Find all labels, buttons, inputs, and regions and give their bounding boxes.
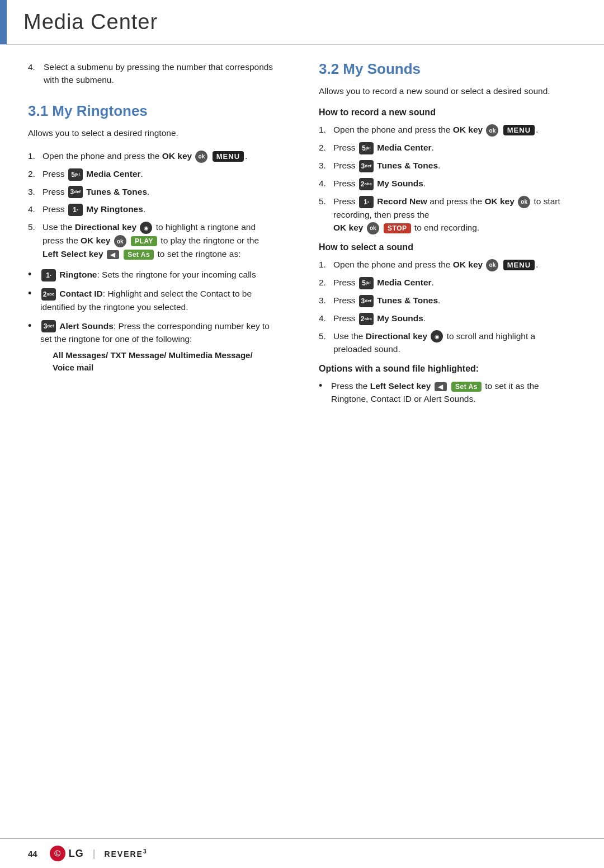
bullet-content: 1• Ringtone: Sets the ringtone for your … (40, 268, 274, 281)
record-step-4: 4. Press 2abc My Sounds. (319, 177, 570, 190)
footer-logo: Ⓛ LG (50, 846, 84, 861)
record-steps: 1. Open the phone and press the OK key o… (319, 123, 570, 234)
step-31-4: 4. Press 1• My Ringtones. (28, 203, 274, 216)
step-31-1: 1. Open the phone and press the OK key o… (28, 149, 274, 163)
step-content: Press 1• Record New and press the OK key… (333, 195, 570, 234)
options-subheading: Options with a sound file highlighted: (319, 364, 570, 374)
step-num: 4. (319, 177, 333, 190)
ok-key-icon2r: ok (518, 196, 530, 208)
section-31-heading: 3.1 My Ringtones (28, 102, 274, 120)
bullet-content: 3def Alert Sounds: Press the correspondi… (40, 320, 274, 374)
num-key-1b: 1• (41, 269, 56, 281)
bullet-content: Press the Left Select key ◀ Set As to se… (331, 379, 570, 406)
ok-key-icon: ok (486, 259, 498, 271)
step-num: 3. (28, 185, 43, 199)
bullet-dot: • (28, 320, 40, 332)
menu-badge: MENU (503, 125, 535, 135)
alert-sounds-label: Alert Sounds (59, 321, 113, 331)
select-step-1: 1. Open the phone and press the OK key o… (319, 258, 570, 271)
step-content: Press 3def Tunes & Tones. (43, 185, 274, 199)
ok-key-label2r: OK key (484, 196, 514, 206)
step-content: Open the phone and press the OK key ok M… (43, 149, 274, 163)
dir-key-icon2: ◉ (431, 330, 443, 342)
step-content: Press 2abc My Sounds. (333, 177, 570, 190)
right-column: 3.2 My Sounds Allows you to record a new… (296, 45, 593, 838)
select-step-5: 5. Use the Directional key ◉ to scroll a… (319, 330, 570, 356)
section-31-intro: Allows you to select a desired ringtone. (28, 126, 274, 139)
menu-badge: MENU (213, 151, 244, 162)
section-32-heading: 3.2 My Sounds (319, 60, 570, 78)
my-sounds-label: My Sounds (377, 179, 423, 188)
lg-brand-text: LG (69, 848, 84, 860)
setas-badge2: Set As (451, 382, 482, 392)
bullet-dot: • (28, 287, 40, 300)
revere-superscript: 3 (143, 848, 148, 855)
left-select-icon2: ◀ (435, 382, 447, 391)
num-key-3: 3def (68, 186, 83, 198)
media-center-label: Media Center (377, 143, 431, 152)
step-num: 3. (319, 159, 333, 172)
step-num: 5. (319, 195, 333, 234)
page-number: 44 (28, 849, 37, 858)
num-key-3b: 3def (41, 320, 56, 332)
intro-item-4-num: 4. (28, 60, 44, 87)
step-num: 2. (319, 276, 333, 289)
ok-key-icon: ok (195, 151, 207, 163)
step-content: Press 3def Tunes & Tones. (333, 159, 570, 172)
contact-id-label: Contact ID (59, 289, 103, 298)
step-num: 1. (319, 123, 333, 137)
record-step-5: 5. Press 1• Record New and press the OK … (319, 195, 570, 234)
page-container: Media Center 4. Select a submenu by pres… (0, 0, 604, 868)
record-step-2: 2. Press 5jkl Media Center. (319, 141, 570, 154)
select-step-3: 3. Press 3def Tunes & Tones. (319, 294, 570, 307)
select-step-2: 2. Press 5jkl Media Center. (319, 276, 570, 289)
ok-key-label: OK key (453, 125, 483, 134)
step-31-3: 3. Press 3def Tunes & Tones. (28, 185, 274, 199)
step-31-5: 5. Use the Directional key ◉ to highligh… (28, 220, 274, 260)
bullet-dot: • (28, 268, 40, 281)
left-select-label: Left Select key (43, 249, 103, 259)
section-31-steps: 1. Open the phone and press the OK key o… (28, 149, 274, 261)
record-subheading: How to record a new sound (319, 107, 570, 118)
header-section: Media Center (0, 0, 604, 45)
step-num: 3. (319, 294, 333, 307)
my-sounds-label2: My Sounds (377, 313, 423, 323)
messages-block: All Messages/ TXT Message/ Multimedia Me… (53, 349, 274, 374)
options-bullets: • Press the Left Select key ◀ Set As to … (319, 379, 570, 406)
select-subheading: How to select a sound (319, 242, 570, 252)
left-select-icon: ◀ (107, 250, 119, 259)
num-key-2r: 2abc (359, 178, 374, 190)
num-key-2s: 2abc (359, 313, 374, 325)
step-content: Use the Directional key ◉ to highlight a… (43, 220, 274, 260)
step-num: 1. (28, 149, 43, 163)
ok-key-label2: OK key (81, 236, 110, 245)
step-num: 5. (28, 220, 43, 260)
step-num: 1. (319, 258, 333, 271)
record-new-label: Record New (377, 196, 427, 206)
num-key-3s: 3def (359, 295, 374, 307)
ok-key-label3r: OK key (333, 223, 363, 232)
tunes-tones-label: Tunes & Tones (377, 295, 438, 305)
stop-badge: STOP (384, 223, 410, 233)
step-content: Press 5jkl Media Center. (43, 167, 274, 181)
record-step-1: 1. Open the phone and press the OK key o… (319, 123, 570, 137)
footer: 44 Ⓛ LG | REVERE3 (0, 838, 604, 868)
bullet-ringtone: • 1• Ringtone: Sets the ringtone for you… (28, 268, 274, 281)
num-key-1r: 1• (359, 196, 374, 208)
my-ringtones-label: My Ringtones (86, 204, 143, 214)
dir-key-icon: ◉ (140, 222, 152, 234)
main-content: 4. Select a submenu by pressing the numb… (0, 45, 604, 838)
options-bullet: • Press the Left Select key ◀ Set As to … (319, 379, 570, 406)
num-key-1: 1• (68, 204, 83, 216)
lg-logo-text: Ⓛ (54, 850, 60, 858)
step-content: Press 3def Tunes & Tones. (333, 294, 570, 307)
step-content: Open the phone and press the OK key ok M… (333, 123, 570, 137)
tunes-tones-label: Tunes & Tones (377, 161, 438, 170)
step-content: Use the Directional key ◉ to scroll and … (333, 330, 570, 356)
select-step-4: 4. Press 2abc My Sounds. (319, 312, 570, 325)
step-num: 2. (28, 167, 43, 181)
media-center-label: Media Center (86, 169, 140, 179)
directional-key-label: Directional key (75, 222, 136, 232)
intro-item-4-text: Select a submenu by pressing the number … (44, 60, 274, 87)
ok-key-icon: ok (486, 124, 498, 137)
